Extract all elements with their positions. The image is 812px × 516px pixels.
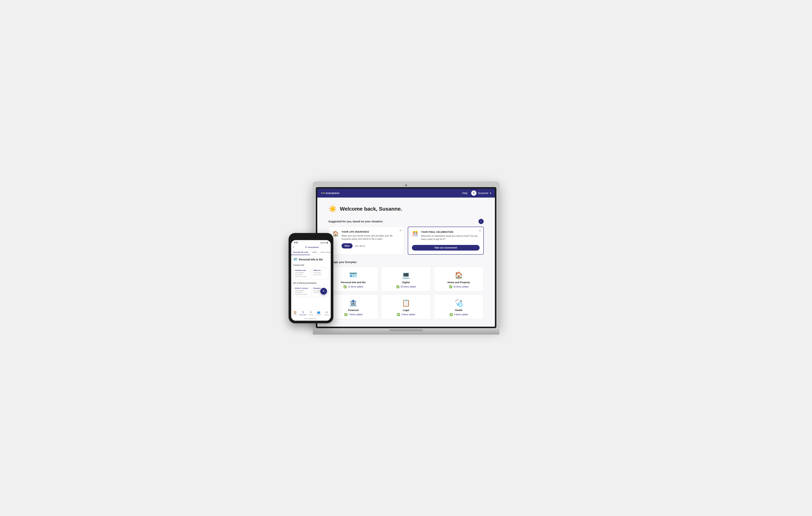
user-dropdown-icon: ▾ [490, 192, 491, 195]
manage-card-home-property[interactable]: 🏠 Home and Property ✅ 10 items added [434, 266, 484, 291]
phone-tab-digital[interactable]: Digital [310, 250, 319, 255]
laptop: everplans Help S Susanne ▾ [313, 181, 499, 335]
start-button[interactable]: Start [342, 243, 353, 249]
phone-page-icon: 🪪 [293, 257, 297, 262]
laptop-notch [389, 329, 423, 331]
health-icon: 🩺 [437, 299, 481, 307]
phone-card-drivers-license[interactable]: Driver's License Last Updated 08/11/2022… [293, 286, 310, 297]
phone-section-contact-info: Contact Info [293, 264, 328, 266]
phone-nav-my-everplan[interactable]: ⠿ My Everplan [299, 311, 307, 315]
phone-notch [303, 236, 318, 239]
phone-body: 9:41 ▲▲▲ ▮ ‹ ⠿ everplans Personal Info &… [289, 233, 334, 323]
phone-screen: 9:41 ▲▲▲ ▮ ‹ ⠿ everplans Personal Info &… [291, 240, 331, 320]
phone-card-meta-1: Last Updat... Harris & Ba... [313, 272, 327, 276]
assessment-button[interactable]: Take our assessment [412, 245, 480, 251]
logo-text: everplans [326, 192, 340, 195]
browser-main: ☀️ Welcome back, Susanne. Suggested for … [317, 198, 495, 327]
card-close-button[interactable]: ✕ [399, 229, 402, 232]
carousel-next-button[interactable]: › [478, 219, 484, 224]
help-link[interactable]: Help [462, 192, 467, 195]
laptop-screen: everplans Help S Susanne ▾ [317, 189, 495, 327]
check-icon-2: ✅ [449, 285, 452, 288]
check-icon-0: ✅ [343, 285, 347, 288]
card-title: YOUR LIFE INSURANCE [342, 231, 400, 233]
check-icon-1: ✅ [396, 285, 399, 288]
manage-card-title-5: Health [437, 309, 481, 312]
phone-status-bar: 9:41 ▲▲▲ ▮ [291, 240, 331, 245]
phone-card-adam[interactable]: Adam Je... Last Updat... Harris & Ba... [312, 268, 328, 279]
phone-logo-dots: ⠿ [305, 246, 308, 248]
suggested-label: Suggested for you, based on your situati… [328, 219, 484, 224]
life-insurance-icon: 🏠 [332, 231, 339, 237]
logo-dot-1 [321, 193, 322, 194]
phone-card-meta-0: Last Updated 08/11/2022 Suzanne & Casey [295, 272, 309, 278]
manage-card-legal[interactable]: 📋 Legal ✅ 3 items added [381, 294, 431, 319]
celebration-icon: 🎊 [412, 231, 418, 237]
scene: everplans Help S Susanne ▾ [303, 181, 509, 335]
manage-card-badge-2: ✅ 10 items added [437, 285, 481, 288]
phone: 9:41 ▲▲▲ ▮ ‹ ⠿ everplans Personal Info &… [289, 233, 334, 323]
card-2-description: What kind of celebration would you want … [421, 234, 480, 241]
phone-contact-cards: Suzanne Lani Last Updated 08/11/2022 Suz… [293, 268, 328, 279]
phone-nav-home[interactable]: 🏠 Home [291, 311, 299, 315]
phone-tab-home[interactable]: Home & Proper... [319, 250, 330, 255]
laptop-screen-outer: everplans Help S Susanne ▾ [316, 187, 496, 328]
manage-card-title-4: Legal [384, 309, 428, 312]
suggested-section: Suggested for you, based on your situati… [328, 219, 484, 255]
manage-card-badge-0: ✅ 12 items added [332, 285, 375, 288]
phone-nav-contacts[interactable]: 👥 Contacts [315, 311, 323, 315]
manage-card-title-0: Personal Info and IDs [332, 281, 375, 284]
home-nav-icon: 🏠 [293, 311, 297, 314]
phone-tab-personal-info[interactable]: Personal Info & IDs [291, 250, 310, 255]
manage-card-badge-1: ✅ 30 items added [384, 285, 428, 288]
phone-back-button[interactable]: ‹ [293, 246, 294, 249]
card-2-title: YOUR FINAL CELEBRATION [421, 231, 480, 233]
laptop-camera [405, 184, 407, 186]
welcome-section: ☀️ Welcome back, Susanne. [328, 205, 484, 213]
sun-icon: ☀️ [328, 205, 337, 213]
my-everplan-nav-icon: ⠿ [302, 311, 304, 314]
nav-right: Help S Susanne ▾ [462, 191, 491, 196]
carousel-arrows: ‹ › [472, 219, 484, 224]
manage-card-personal-info[interactable]: 🪪 Personal Info and IDs ✅ 12 items added [328, 266, 378, 291]
settings-nav-icon: ⚙ [325, 311, 328, 314]
laptop-base [313, 328, 499, 332]
manage-card-badge-5: ✅ 4 items added [437, 313, 481, 316]
card-2-text: YOUR FINAL CELEBRATION What kind of cele… [421, 231, 480, 243]
legal-icon: 📋 [384, 299, 428, 307]
laptop-body: everplans Help S Susanne ▾ [313, 181, 499, 328]
check-icon-4: ✅ [397, 313, 400, 316]
battery-icon: ▮ [327, 241, 328, 243]
personal-info-icon: 🪪 [332, 271, 375, 279]
manage-card-health[interactable]: 🩺 Health ✅ 4 items added [434, 294, 484, 319]
phone-fab-button[interactable]: + [320, 288, 327, 294]
phone-section-ids: IDs & Vital Documentation [293, 282, 328, 284]
phone-card-name-0: Suzanne Lani [295, 269, 309, 271]
sharing-nav-icon: ⬆ [310, 311, 312, 314]
card-2-content: 🎊 YOUR FINAL CELEBRATION What kind of ce… [412, 231, 480, 243]
card-text: YOUR LIFE INSURANCE Make sure your famil… [342, 231, 400, 249]
user-name: Susanne [478, 192, 488, 195]
phone-nav-sharing[interactable]: ⬆ Sharing [307, 311, 315, 315]
suggestion-cards: ✕ 🏠 YOUR LIFE INSURANCE Make sure your f… [328, 227, 484, 255]
phone-logo: ⠿ everplans [296, 246, 328, 249]
check-icon-3: ✅ [344, 313, 347, 316]
manage-section: Manage your Everplan: 🪪 Personal Info an… [328, 261, 484, 319]
manage-card-financial[interactable]: 🏦 Financial ✅ 7 items added [328, 294, 378, 319]
financial-icon: 🏦 [332, 299, 375, 307]
phone-nav-bar: ‹ ⠿ everplans [291, 245, 331, 250]
home-property-icon: 🏠 [437, 271, 481, 279]
phone-tabs: Personal Info & IDs Digital Home & Prope… [291, 250, 331, 255]
carousel-prev-button[interactable]: ‹ [472, 219, 478, 224]
phone-card-name-1: Adam Je... [313, 269, 327, 271]
phone-status-icons: ▲▲▲ ▮ [320, 241, 328, 243]
logo-dot-3 [324, 193, 325, 194]
logo-dot-2 [322, 193, 324, 194]
manage-card-digital[interactable]: 💻 Digital ✅ 30 items added [381, 266, 431, 291]
phone-card-suzanne[interactable]: Suzanne Lani Last Updated 08/11/2022 Suz… [293, 268, 310, 279]
phone-nav-settings[interactable]: ⚙ Settings [323, 311, 330, 315]
user-menu[interactable]: S Susanne ▾ [471, 191, 491, 196]
user-avatar: S [471, 191, 476, 196]
card-2-close-button[interactable]: ✕ [478, 229, 481, 232]
manage-grid: 🪪 Personal Info and IDs ✅ 12 items added… [328, 266, 484, 319]
